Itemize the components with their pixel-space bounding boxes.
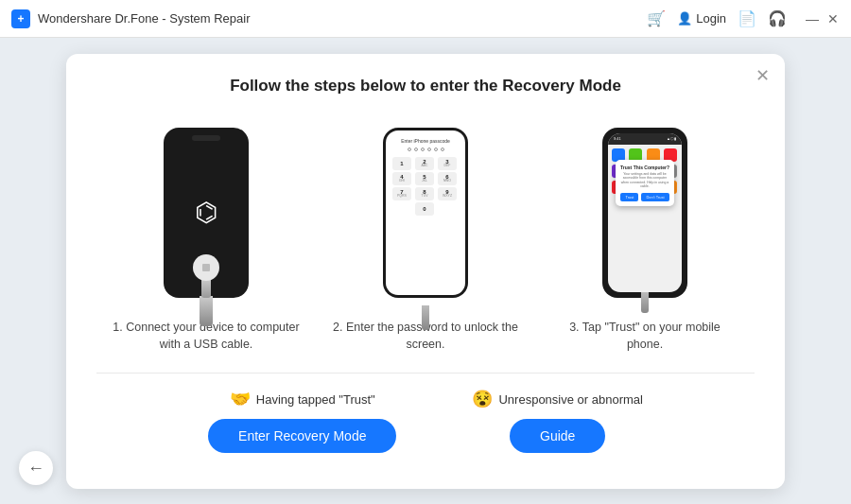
- trust-buttons: Trust Don't Trust: [620, 193, 669, 201]
- login-button[interactable]: 👤 Login: [677, 11, 726, 26]
- back-button[interactable]: ←: [19, 451, 53, 485]
- warning-emoji: 😵: [472, 389, 493, 409]
- action-area: 🤝 Having tapped "Trust" Enter Recovery M…: [96, 389, 755, 453]
- main-area: ✕ Follow the steps below to enter the Re…: [0, 38, 851, 504]
- steps-row: ⌬ 1. Connect your device to computer wit…: [96, 118, 755, 355]
- status-bar: 9:41 ▲⬡▮: [608, 133, 682, 145]
- trust-action-label: 🤝 Having tapped "Trust": [230, 389, 375, 409]
- passcode-dots: [408, 148, 444, 151]
- trust-action-group: 🤝 Having tapped "Trust" Enter Recovery M…: [208, 389, 396, 453]
- cable-3: [641, 292, 649, 313]
- usb-symbol: ⌬: [195, 197, 217, 228]
- unresponsive-label-text: Unresponsive or abnormal: [498, 392, 642, 407]
- cart-icon[interactable]: 🛒: [647, 9, 666, 27]
- trust-label-text: Having tapped "Trust": [256, 392, 375, 407]
- close-button[interactable]: ✕: [826, 12, 840, 26]
- status-time: 9:41: [614, 136, 621, 141]
- enter-recovery-button[interactable]: Enter Recovery Mode: [208, 419, 396, 453]
- headset-icon[interactable]: 🎧: [768, 9, 787, 27]
- step-3: 9:41 ▲⬡▮: [550, 118, 739, 355]
- step-2: Enter iPhone passcode 1: [331, 118, 520, 355]
- unresponsive-action-group: 😵 Unresponsive or abnormal Guide: [472, 389, 642, 453]
- divider: [96, 373, 755, 374]
- dialog-title: Follow the steps below to enter the Reco…: [96, 77, 755, 96]
- trust-title: Trust This Computer?: [620, 165, 669, 170]
- title-bar-left: + Wondershare Dr.Fone - System Repair: [11, 9, 250, 28]
- step-1: ⌬ 1. Connect your device to computer wit…: [112, 118, 301, 355]
- cable-2: [422, 305, 429, 330]
- minimize-button[interactable]: —: [806, 12, 819, 26]
- status-icons: ▲⬡▮: [667, 136, 676, 141]
- trust-overlay: Trust This Computer? Your settings and d…: [616, 160, 674, 206]
- document-icon[interactable]: 📄: [738, 9, 756, 27]
- window-controls: — ✕: [806, 12, 840, 26]
- step3-phone: 9:41 ▲⬡▮: [602, 118, 687, 307]
- phone-passcode: Enter iPhone passcode 1: [383, 128, 468, 298]
- handshake-emoji: 🤝: [230, 389, 251, 409]
- title-bar: + Wondershare Dr.Fone - System Repair 🛒 …: [0, 0, 851, 38]
- user-icon: 👤: [677, 11, 692, 26]
- app-title: Wondershare Dr.Fone - System Repair: [38, 11, 250, 26]
- dont-trust-btn[interactable]: Don't Trust: [641, 193, 669, 201]
- unresponsive-action-label: 😵 Unresponsive or abnormal: [472, 389, 642, 409]
- dialog: ✕ Follow the steps below to enter the Re…: [66, 54, 785, 489]
- passcode-label: Enter iPhone passcode: [401, 138, 450, 144]
- app-icon: +: [11, 9, 30, 28]
- step2-phone: Enter iPhone passcode 1: [383, 118, 468, 307]
- title-bar-right: 🛒 👤 Login 📄 🎧 — ✕: [647, 9, 840, 27]
- guide-button[interactable]: Guide: [510, 419, 605, 453]
- step3-desc: 3. Tap "Trust" on your mobile phone.: [550, 319, 739, 355]
- step1-phone: ⌬: [164, 118, 249, 307]
- trust-screen: 9:41 ▲⬡▮: [608, 133, 682, 292]
- phone-trust: 9:41 ▲⬡▮: [602, 128, 687, 298]
- dialog-close-button[interactable]: ✕: [755, 67, 770, 84]
- trust-btn[interactable]: Trust: [620, 193, 638, 201]
- passcode-screen: Enter iPhone passcode 1: [386, 130, 465, 295]
- trust-desc: Your settings and data will be accessibl…: [620, 172, 669, 189]
- numpad: 1 2ABC 3DEF 4GHI 5JKL 6MNO 7PQRS 8TUV 9W…: [392, 157, 459, 216]
